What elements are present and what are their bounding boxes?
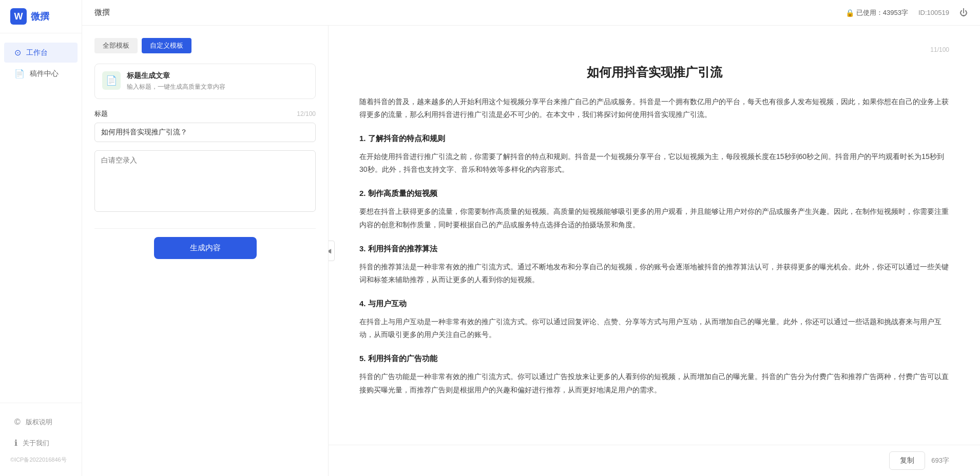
sidebar-item-copyright[interactable]: © 版权说明: [4, 412, 78, 432]
left-panel: 全部模板 自定义模板 📄 标题生成文章 输入标题，一键生成高质量文章内容 标题 …: [82, 26, 329, 476]
section-text-2: 要想在抖音上获得更多的流量，你需要制作高质量的短视频。高质量的短视频能够吸引更多…: [359, 205, 949, 231]
section-text-4: 在抖音上与用户互动是一种非常有效的推广引流方式。你可以通过回复评论、点赞、分享等…: [359, 315, 949, 341]
template-info: 标题生成文章 输入标题，一键生成高质量文章内容: [127, 71, 308, 91]
title-count: 12/100: [297, 110, 316, 117]
sidebar: W 微撰 ⊙ 工作台 📄 稿件中心 © 版权说明 ℹ 关于我们 ©ICP备202…: [0, 0, 82, 476]
topbar-right: 🔒 已使用：43953字 ID:100519 ⏻: [846, 8, 968, 17]
section-heading-3: 3. 利用抖音的推荐算法: [359, 242, 949, 255]
right-panel: ◀ 11/100 如何用抖音实现推广引流 随着抖音的普及，越来越多的人开始利用这…: [329, 26, 980, 476]
copy-button[interactable]: 复制: [889, 451, 925, 470]
form-label-title: 标题 12/100: [94, 109, 316, 118]
page-info: 11/100: [359, 46, 949, 53]
topbar-id: ID:100519: [918, 9, 949, 16]
usage-lock-icon: 🔒: [846, 9, 854, 17]
about-icon: ℹ: [14, 438, 17, 448]
workbench-icon: ⊙: [14, 48, 21, 57]
nav-section: ⊙ 工作台 📄 稿件中心: [0, 33, 82, 403]
divider: [94, 228, 316, 229]
content-area: 全部模板 自定义模板 📄 标题生成文章 输入标题，一键生成高质量文章内容 标题 …: [82, 26, 980, 476]
section-heading-5: 5. 利用抖音的广告功能: [359, 351, 949, 365]
form-section-content: [94, 150, 316, 212]
topbar-usage: 🔒 已使用：43953字: [846, 8, 908, 17]
workbench-label: 工作台: [26, 48, 48, 57]
section-text-1: 在开始使用抖音进行推广引流之前，你需要了解抖音的特点和规则。抖音是一个短视频分享…: [359, 150, 949, 176]
nav-bottom: © 版权说明 ℹ 关于我们 ©ICP备2022016846号: [0, 403, 82, 476]
tab-all-templates[interactable]: 全部模板: [94, 38, 138, 53]
template-title: 标题生成文章: [127, 71, 308, 81]
copyright-label: 版权说明: [26, 418, 52, 427]
sidebar-item-about[interactable]: ℹ 关于我们: [4, 433, 78, 453]
main-content: 微撰 🔒 已使用：43953字 ID:100519 ⏻ 全部模板 自定义模板 📄…: [82, 0, 980, 476]
sidebar-item-drafts[interactable]: 📄 稿件中心: [4, 64, 78, 84]
drafts-icon: 📄: [14, 69, 25, 78]
article-footer: 复制 693字: [329, 445, 980, 476]
generate-button[interactable]: 生成内容: [154, 237, 257, 259]
logo-icon: W: [10, 8, 27, 25]
content-textarea[interactable]: [94, 150, 316, 212]
icp-text: ©ICP备2022016846号: [0, 454, 82, 468]
section-heading-4: 4. 与用户互动: [359, 296, 949, 310]
drafts-label: 稿件中心: [30, 69, 59, 78]
article-body: 随着抖音的普及，越来越多的人开始利用这个短视频分享平台来推广自己的产品或服务。抖…: [359, 95, 949, 396]
usage-label: 已使用：43953字: [856, 8, 908, 17]
logo-text: 微撰: [31, 10, 49, 23]
sidebar-item-workbench[interactable]: ⊙ 工作台: [4, 43, 78, 63]
title-label: 标题: [94, 109, 108, 118]
title-input[interactable]: [94, 123, 316, 142]
template-icon: 📄: [102, 71, 121, 90]
topbar-title: 微撰: [94, 8, 110, 17]
article-container: 11/100 如何用抖音实现推广引流 随着抖音的普及，越来越多的人开始利用这个短…: [329, 26, 980, 445]
template-card[interactable]: 📄 标题生成文章 输入标题，一键生成高质量文章内容: [94, 64, 316, 99]
form-section-title: 标题 12/100: [94, 109, 316, 142]
logo-area: W 微撰: [0, 0, 82, 33]
power-icon[interactable]: ⏻: [959, 8, 968, 17]
tab-custom-templates[interactable]: 自定义模板: [142, 38, 191, 53]
topbar: 微撰 🔒 已使用：43953字 ID:100519 ⏻: [82, 0, 980, 26]
section-text-3: 抖音的推荐算法是一种非常有效的推广引流方式。通过不断地发布和分享自己的短视频，你…: [359, 261, 949, 286]
template-desc: 输入标题，一键生成高质量文章内容: [127, 83, 308, 91]
section-heading-1: 1. 了解抖音的特点和规则: [359, 131, 949, 145]
about-label: 关于我们: [23, 439, 49, 448]
tab-row: 全部模板 自定义模板: [94, 38, 316, 53]
section-heading-2: 2. 制作高质量的短视频: [359, 186, 949, 200]
article-title: 如何用抖音实现推广引流: [359, 64, 949, 81]
article-intro: 随着抖音的普及，越来越多的人开始利用这个短视频分享平台来推广自己的产品或服务。抖…: [359, 95, 949, 121]
section-text-5: 抖音的广告功能是一种非常有效的推广引流方式。你可以通过广告投放来让更多的人看到你…: [359, 370, 949, 396]
word-count: 693字: [931, 456, 949, 465]
copyright-icon: ©: [14, 418, 21, 427]
collapse-button[interactable]: ◀: [329, 241, 335, 261]
